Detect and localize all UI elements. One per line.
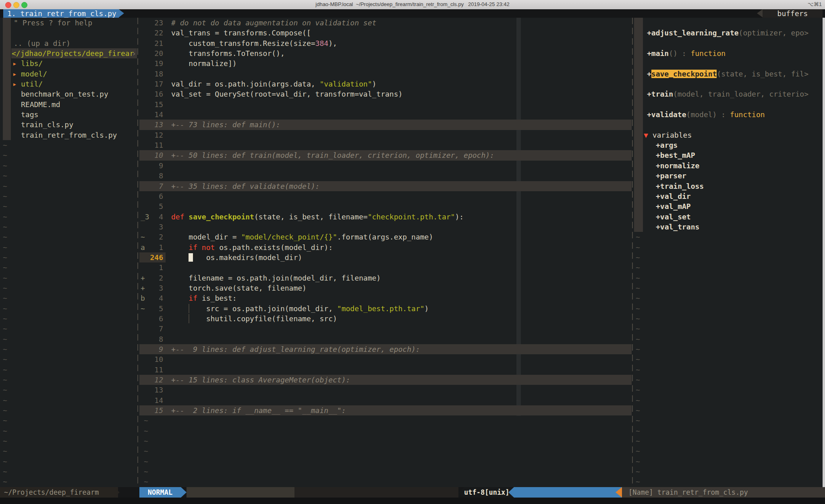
code-line[interactable]: 6 — [139, 191, 632, 201]
code-line[interactable]: b4 if is_best: — [139, 293, 632, 303]
tag-text: (model, train_loader, criterio — [673, 90, 804, 98]
code-line[interactable]: 13 — [139, 385, 632, 395]
tag-item[interactable]: +adjust_learning_rate(optimizer, epo> — [634, 28, 823, 38]
code-token: save_checkpoint — [189, 213, 254, 221]
code-line[interactable]: 15 — [139, 99, 632, 109]
code-line[interactable]: 8 — [139, 171, 632, 181]
tilde-marker: ~ — [0, 192, 7, 200]
window-separator[interactable] — [632, 18, 633, 487]
code-line[interactable]: ~5 src = os.path.join(model_dir, "model_… — [139, 304, 632, 314]
tag-item[interactable]: +parser — [634, 171, 823, 181]
tag-item[interactable]: +main() : function — [634, 48, 823, 58]
nerdtree-directory: libs/ — [0, 59, 43, 68]
code-line[interactable]: 246 os.makedirs(model_dir) — [139, 252, 632, 262]
code-line[interactable]: 16val_set = QuerySet(root=val_dir, trans… — [139, 89, 632, 99]
empty-line: ~ — [0, 232, 137, 242]
code-line[interactable]: 11 — [139, 365, 632, 375]
buffers-label[interactable]: buffers — [763, 9, 823, 18]
code-line[interactable]: 14 — [139, 109, 632, 120]
code-line[interactable]: 12 — [139, 130, 632, 140]
empty-line: ~ — [634, 252, 823, 262]
code-line[interactable]: 22val_trans = transforms.Compose([ — [139, 28, 632, 38]
tag-item[interactable]: +normalize — [634, 161, 823, 171]
code-line[interactable]: 8 — [139, 334, 632, 344]
fold-line[interactable]: 9+-- 9 lines: def adjust_learning_rate(o… — [139, 344, 632, 354]
nerdtree-item[interactable]: tags — [0, 109, 137, 120]
tag-item[interactable]: +val_mAP — [634, 201, 823, 211]
editor-content-area: " Press ? for help.. (up a dir)</jdhao/P… — [0, 18, 825, 487]
window-separator[interactable] — [137, 18, 138, 487]
nerdtree-item[interactable]: ▸libs/ — [0, 58, 137, 68]
code-line[interactable]: 11 — [139, 140, 632, 150]
code-line[interactable]: 18 — [139, 69, 632, 79]
code-line[interactable]: +2 filename = os.path.join(model_dir, fi… — [139, 273, 632, 283]
fold-line[interactable]: 13+-- 73 lines: def main(): — [139, 120, 632, 130]
tab-train-retr-from-cls[interactable]: 1. train_retr_from_cls.py — [3, 9, 119, 18]
code-token: ) — [372, 80, 377, 88]
code-line[interactable]: 6 shutil.copyfile(filename, src) — [139, 314, 632, 324]
fold-line[interactable]: 10+-- 50 lines: def train(model, train_l… — [139, 150, 632, 160]
code-line[interactable]: 19 normalize]) — [139, 58, 632, 68]
line-number: 19 — [139, 58, 163, 68]
fold-line[interactable]: 15+-- 2 lines: if __name__ == "__main__"… — [139, 405, 632, 415]
empty-line: ~ — [139, 477, 632, 487]
tag-item[interactable]: +args — [634, 140, 823, 150]
code-line[interactable]: 20 transforms.ToTensor(), — [139, 48, 632, 58]
tag-item[interactable]: +val_dir — [634, 191, 823, 201]
code-text: val_dir = os.path.join(args.data, "valid… — [171, 79, 632, 89]
nerdtree-item[interactable]: " Press ? for help — [0, 18, 137, 28]
tag-item[interactable]: +validate(model) : function — [634, 109, 823, 120]
nerdtree-item[interactable]: </jdhao/Projects/deep_firear› — [0, 48, 137, 58]
code-line[interactable]: 14 — [139, 395, 632, 405]
code-line[interactable]: _34def save_checkpoint(state, is_best, f… — [139, 212, 632, 222]
empty-line: ~ — [139, 456, 632, 467]
tilde-marker: ~ — [0, 253, 7, 262]
tag-item[interactable]: +val_set — [634, 212, 823, 222]
fold-line[interactable]: 7+-- 35 lines: def validate(model): — [139, 181, 632, 191]
nerdtree-item[interactable]: .. (up a dir) — [0, 38, 137, 48]
tag-item[interactable]: +train(model, train_loader, criterio> — [634, 89, 823, 99]
code-line[interactable]: +3 torch.save(state, filename) — [139, 283, 632, 293]
code-line[interactable]: 3 — [139, 222, 632, 232]
fold-line[interactable]: 12+-- 15 lines: class AverageMeter(objec… — [139, 375, 632, 385]
tag-item[interactable]: +best_mAP — [634, 150, 823, 160]
code-line[interactable]: ~2 model_dir = "model/check_point/{}".fo… — [139, 232, 632, 242]
empty-line: ~ — [634, 304, 823, 314]
nerdtree-item[interactable]: ▸model/ — [0, 69, 137, 79]
nerdtree-item[interactable]: train_cls.py — [0, 120, 137, 130]
nerdtree-item[interactable]: benchmark_on_test.py — [0, 89, 137, 99]
tilde-marker: ~ — [0, 294, 7, 302]
tilde-marker: ~ — [0, 366, 7, 374]
code-line[interactable]: 10 — [139, 354, 632, 364]
tag-text: +normalize — [656, 161, 699, 170]
code-line[interactable]: 21 custom_transform.Resize(size=384), — [139, 38, 632, 48]
line-number: 4 — [139, 293, 163, 303]
code-line[interactable]: 7 — [139, 324, 632, 334]
code-line[interactable]: 17val_dir = os.path.join(args.data, "val… — [139, 79, 632, 89]
code-text: filename = os.path.join(model_dir, filen… — [171, 273, 632, 283]
scrollbar-track[interactable] — [823, 18, 825, 498]
window-shortcut-badge: ⌥⌘1 — [808, 1, 822, 7]
tag-item[interactable]: +train_loss — [634, 181, 823, 191]
nerdtree-item[interactable]: ▸util/ — [0, 79, 137, 89]
indent-guide — [189, 314, 189, 323]
code-line[interactable]: 23# do not do data augmentation on valid… — [139, 18, 632, 28]
code-line[interactable]: 5 — [139, 201, 632, 211]
code-line[interactable]: 1 — [139, 262, 632, 273]
tag-item[interactable]: +val_trans — [634, 222, 823, 232]
nerdtree-directory: util/ — [0, 80, 43, 88]
empty-line: ~ — [0, 201, 137, 211]
empty-line: ~ — [634, 324, 823, 334]
code-line[interactable]: 9 — [139, 161, 632, 171]
tag-item[interactable]: +save_checkpoint(state, is_best, fil> — [634, 69, 823, 79]
code-line[interactable]: a1 if not os.path.exists(model_dir): — [139, 242, 632, 252]
empty-line: ~ — [0, 252, 137, 262]
empty-line: ~ — [0, 415, 137, 426]
tag-text: +args — [656, 141, 678, 149]
command-line[interactable] — [0, 498, 825, 504]
nerdtree-item[interactable]: README.md — [0, 99, 137, 109]
code-token: "model_best.pth.tar" — [337, 304, 425, 313]
line-number: 6 — [139, 191, 163, 201]
nerdtree-item[interactable]: train_retr_from_cls.py — [0, 130, 137, 140]
tagbar-kind-header[interactable]: ▼ variables — [634, 130, 823, 140]
